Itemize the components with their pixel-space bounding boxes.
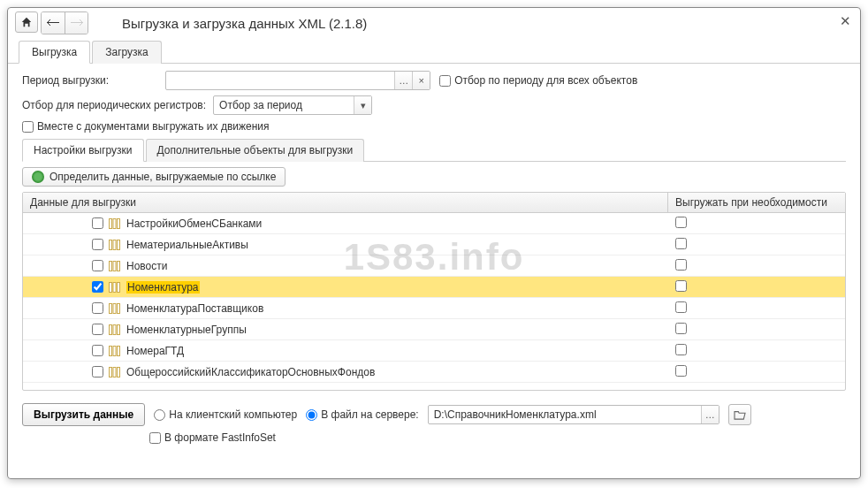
fastinfoset-checkbox[interactable]: В формате FastInfoSet bbox=[149, 431, 846, 444]
catalog-icon bbox=[109, 282, 121, 293]
svg-rect-16 bbox=[113, 324, 116, 334]
catalog-icon bbox=[109, 240, 121, 250]
svg-rect-6 bbox=[110, 261, 112, 271]
svg-rect-19 bbox=[113, 346, 116, 355]
svg-rect-11 bbox=[118, 282, 120, 292]
table-row[interactable]: НематериальныеАктивы bbox=[23, 234, 845, 255]
forward-button[interactable]: 🡒 bbox=[65, 12, 88, 34]
row-optional-checkbox[interactable] bbox=[675, 301, 687, 313]
close-button[interactable]: ✕ bbox=[840, 13, 851, 29]
svg-rect-10 bbox=[113, 282, 116, 292]
row-label: НастройкиОбменСБанками bbox=[126, 217, 262, 230]
row-label: Новости bbox=[126, 260, 167, 272]
row-export-checkbox[interactable] bbox=[92, 345, 103, 356]
svg-rect-22 bbox=[113, 367, 116, 377]
svg-rect-20 bbox=[118, 346, 120, 355]
row-export-checkbox[interactable] bbox=[92, 260, 103, 271]
catalog-icon bbox=[109, 303, 121, 314]
back-button[interactable]: 🡐 bbox=[42, 12, 65, 34]
svg-rect-4 bbox=[113, 240, 116, 249]
row-optional-checkbox[interactable] bbox=[675, 323, 687, 334]
refresh-icon bbox=[32, 171, 44, 183]
period-clear-button[interactable]: × bbox=[412, 72, 430, 89]
row-export-checkbox[interactable] bbox=[92, 281, 103, 293]
row-optional-checkbox[interactable] bbox=[675, 217, 687, 228]
subtab-additional[interactable]: Дополнительные объекты для выгрузки bbox=[146, 139, 365, 162]
svg-rect-14 bbox=[118, 303, 120, 313]
row-export-checkbox[interactable] bbox=[92, 302, 103, 314]
row-label: НоменклатурныеГруппы bbox=[126, 324, 247, 336]
svg-rect-23 bbox=[118, 367, 120, 377]
svg-rect-12 bbox=[110, 303, 112, 313]
row-export-checkbox[interactable] bbox=[92, 239, 103, 250]
detect-data-button[interactable]: Определить данные, выгружаемые по ссылке bbox=[22, 167, 286, 187]
row-label: Номенклатура bbox=[126, 281, 200, 294]
with-movements-checkbox[interactable]: Вместе с документами выгружать их движен… bbox=[22, 120, 270, 133]
catalog-icon bbox=[109, 367, 121, 377]
catalog-icon bbox=[109, 346, 121, 356]
path-ellipsis-button[interactable]: … bbox=[701, 406, 719, 423]
export-button[interactable]: Выгрузить данные bbox=[22, 403, 145, 426]
svg-rect-18 bbox=[110, 346, 112, 355]
radio-client[interactable]: На клиентский компьютер bbox=[154, 408, 297, 421]
row-optional-checkbox[interactable] bbox=[675, 259, 687, 271]
row-optional-checkbox[interactable] bbox=[675, 365, 687, 377]
row-export-checkbox[interactable] bbox=[92, 366, 103, 377]
row-label: НомераГТД bbox=[126, 345, 184, 357]
svg-rect-17 bbox=[118, 324, 120, 334]
periodic-select[interactable]: Отбор за период ▾ bbox=[213, 95, 372, 115]
server-path-input[interactable]: D:\СправочникНоменклатура.xml … bbox=[428, 405, 720, 424]
row-optional-checkbox[interactable] bbox=[675, 344, 687, 355]
open-folder-button[interactable] bbox=[728, 404, 751, 425]
table-row[interactable]: НомераГТД bbox=[23, 340, 845, 362]
svg-rect-15 bbox=[110, 324, 112, 334]
home-icon bbox=[20, 16, 33, 28]
table-row[interactable]: Номенклатура bbox=[23, 277, 845, 298]
row-export-checkbox[interactable] bbox=[92, 324, 103, 335]
svg-rect-1 bbox=[113, 218, 116, 228]
row-label: НоменклатураПоставщиков bbox=[126, 302, 263, 315]
row-label: ОбщероссийскийКлассификаторОсновныхФондо… bbox=[126, 366, 375, 378]
period-all-objects-checkbox[interactable]: Отбор по периоду для всех объектов bbox=[439, 74, 637, 87]
column-optional[interactable]: Выгружать при необходимости bbox=[668, 193, 845, 212]
row-optional-checkbox[interactable] bbox=[675, 238, 687, 249]
period-label: Период выгрузки: bbox=[22, 74, 109, 87]
folder-open-icon bbox=[734, 409, 746, 420]
svg-rect-13 bbox=[113, 303, 116, 313]
catalog-icon bbox=[109, 324, 121, 335]
table-row[interactable]: ОбщероссийскийКлассификаторОсновныхФондо… bbox=[23, 362, 845, 383]
svg-rect-8 bbox=[118, 261, 120, 271]
subtab-settings[interactable]: Настройки выгрузки bbox=[22, 139, 144, 162]
periodic-dropdown-button[interactable]: ▾ bbox=[354, 96, 371, 114]
data-table: Данные для выгрузки Выгружать при необхо… bbox=[22, 192, 846, 391]
window-title: Выгрузка и загрузка данных XML (2.1.8) bbox=[122, 16, 367, 31]
periodic-label: Отбор для периодических регистров: bbox=[22, 99, 206, 111]
row-optional-checkbox[interactable] bbox=[675, 280, 687, 292]
row-label: НематериальныеАктивы bbox=[126, 239, 248, 251]
period-ellipsis-button[interactable]: … bbox=[394, 72, 412, 89]
table-row[interactable]: НастройкиОбменСБанками bbox=[23, 213, 845, 234]
catalog-icon bbox=[109, 261, 121, 271]
table-row[interactable]: НоменклатурныеГруппы bbox=[23, 319, 845, 340]
svg-rect-9 bbox=[110, 282, 112, 292]
catalog-icon bbox=[109, 218, 121, 229]
svg-rect-0 bbox=[110, 218, 112, 228]
home-button[interactable] bbox=[15, 11, 38, 33]
column-data[interactable]: Данные для выгрузки bbox=[23, 193, 668, 212]
svg-rect-2 bbox=[118, 218, 120, 228]
table-row[interactable]: НоменклатураПоставщиков bbox=[23, 298, 845, 319]
svg-rect-21 bbox=[110, 367, 112, 377]
table-body[interactable]: НастройкиОбменСБанкамиНематериальныеАкти… bbox=[23, 213, 845, 390]
radio-server[interactable]: В файл на сервере: bbox=[306, 408, 419, 421]
svg-rect-7 bbox=[113, 261, 116, 271]
tab-import[interactable]: Загрузка bbox=[92, 41, 162, 64]
svg-rect-3 bbox=[110, 240, 112, 249]
row-export-checkbox[interactable] bbox=[92, 217, 103, 229]
table-row[interactable]: Новости bbox=[23, 255, 845, 277]
period-input[interactable]: … × bbox=[165, 71, 430, 90]
svg-rect-5 bbox=[118, 240, 120, 249]
tab-export[interactable]: Выгрузка bbox=[19, 41, 90, 64]
